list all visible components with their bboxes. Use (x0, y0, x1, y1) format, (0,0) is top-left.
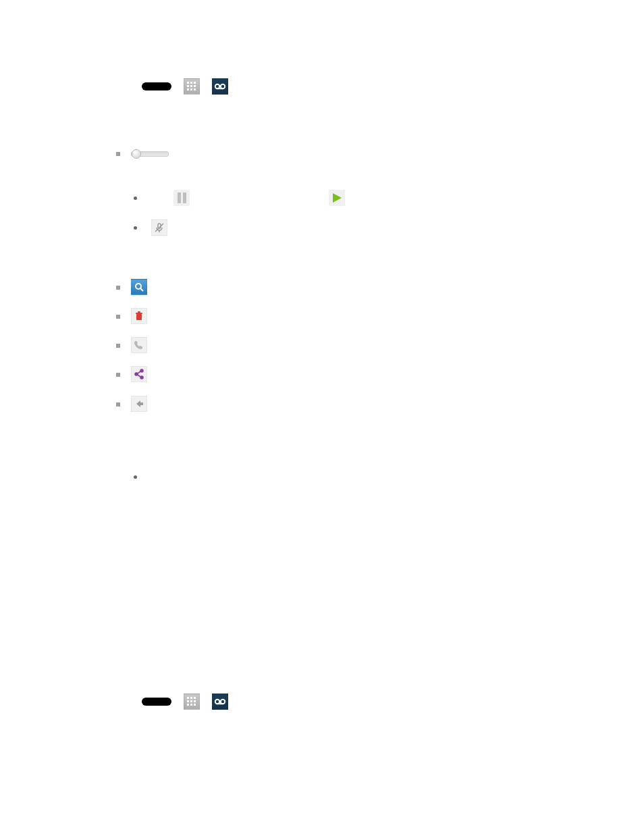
list-bullet (134, 475, 137, 479)
delete-button[interactable] (131, 308, 147, 324)
svg-point-16 (136, 284, 141, 289)
grid-icon (186, 81, 197, 92)
svg-line-24 (138, 371, 141, 373)
svg-line-25 (138, 375, 141, 377)
svg-rect-33 (190, 704, 192, 706)
list-bullet (116, 402, 120, 407)
back-arrow-icon (134, 398, 144, 409)
list-bullet (116, 373, 120, 377)
keypad-icon[interactable] (184, 694, 200, 710)
share-icon (134, 369, 144, 380)
play-icon (331, 192, 342, 203)
phone-icon (134, 340, 144, 350)
svg-line-17 (140, 288, 143, 291)
svg-rect-7 (190, 88, 192, 90)
trash-icon (134, 311, 144, 321)
svg-rect-32 (187, 704, 189, 706)
list-bullet (116, 315, 120, 319)
menu-pill[interactable] (142, 698, 171, 706)
svg-rect-27 (190, 697, 192, 699)
call-button[interactable] (131, 337, 147, 353)
svg-rect-29 (187, 700, 189, 702)
svg-rect-28 (194, 697, 196, 699)
svg-rect-20 (138, 311, 140, 313)
keypad-icon[interactable] (184, 78, 200, 95)
mic-mute-button[interactable] (151, 219, 167, 236)
voicemail-icon[interactable]: ∞ (212, 78, 228, 95)
list-bullet (134, 197, 137, 200)
svg-point-23 (140, 376, 143, 379)
svg-rect-3 (187, 85, 189, 87)
svg-rect-31 (194, 700, 196, 702)
menu-pill[interactable] (142, 82, 171, 90)
svg-rect-1 (190, 82, 192, 84)
svg-rect-18 (136, 314, 142, 320)
play-button[interactable] (329, 190, 345, 206)
back-button[interactable] (131, 396, 147, 412)
svg-rect-5 (194, 85, 196, 87)
list-bullet (116, 286, 120, 290)
search-button[interactable] (131, 279, 147, 295)
svg-rect-6 (187, 88, 189, 90)
tape-icon (214, 82, 226, 90)
voicemail-icon[interactable]: ∞ (212, 694, 228, 710)
mic-mute-icon (154, 222, 165, 233)
svg-marker-12 (333, 193, 342, 203)
svg-rect-26 (187, 697, 189, 699)
svg-rect-4 (190, 85, 192, 87)
svg-point-22 (135, 373, 138, 375)
svg-rect-19 (136, 313, 142, 314)
grid-icon (186, 696, 197, 707)
slider-thumb[interactable] (132, 149, 141, 159)
svg-rect-2 (194, 82, 196, 84)
tape-icon (214, 698, 226, 706)
pause-bar (183, 192, 186, 203)
share-button[interactable] (131, 366, 147, 382)
list-bullet (116, 344, 120, 348)
progress-slider[interactable] (131, 149, 169, 159)
svg-rect-30 (190, 700, 192, 702)
svg-rect-8 (194, 88, 196, 90)
pause-button[interactable] (173, 190, 190, 206)
svg-point-21 (140, 369, 143, 372)
svg-rect-34 (194, 704, 196, 706)
list-bullet (134, 226, 137, 230)
svg-rect-0 (187, 82, 189, 84)
pause-bar (178, 192, 181, 203)
search-icon (134, 282, 144, 292)
list-bullet (116, 152, 120, 156)
